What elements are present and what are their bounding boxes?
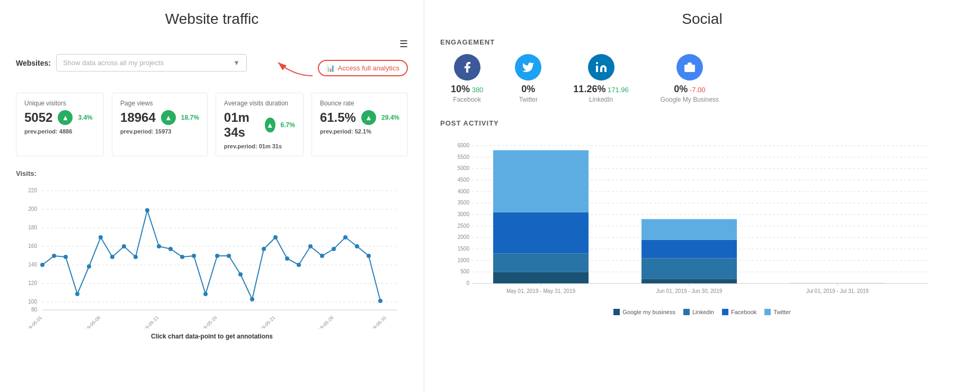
svg-text:2019-05-26: 2019-05-26	[314, 315, 335, 328]
svg-text:100: 100	[28, 299, 37, 305]
chart-point[interactable]	[157, 244, 161, 248]
stats-row: Unique visitors 5052 ▲ 3.4% prev.period:…	[16, 93, 408, 156]
chart-point[interactable]	[378, 299, 382, 303]
twitter-name: Twitter	[515, 96, 541, 103]
chart-point[interactable]	[343, 235, 348, 239]
chart-point[interactable]	[308, 244, 313, 248]
stat-value-duration: 01m 34s	[224, 110, 260, 140]
chart-point[interactable]	[133, 255, 138, 259]
svg-text:200: 200	[28, 206, 37, 212]
access-analytics-button[interactable]: 📊 Access full analytics	[318, 60, 408, 76]
svg-text:4000: 4000	[458, 189, 470, 194]
legend-color-facebook	[722, 309, 728, 315]
chart-point[interactable]	[168, 247, 173, 251]
line-chart-svg[interactable]: 220 200 180 160 140 120 100 80	[16, 180, 408, 328]
chart-point[interactable]	[87, 264, 91, 269]
stat-label-duration: Average visits duration	[224, 100, 295, 107]
stat-value-row-pageviews: 18964 ▲ 18.7%	[120, 110, 199, 125]
gmb-name: Google My Business	[661, 96, 719, 103]
chart-annotation: Click chart data-point to get annotation…	[16, 333, 408, 340]
bar-chart-section: 0 500 1000 1500 2000 2500 3000 3500 4000…	[440, 135, 964, 315]
legend-color-linkedin	[683, 309, 690, 315]
legend-color-gmb	[613, 309, 620, 315]
svg-text:May 01, 2019 - May 31, 2019: May 01, 2019 - May 31, 2019	[506, 288, 576, 294]
gmb-pct: 0% -7.00	[661, 84, 719, 95]
legend-color-twitter	[764, 309, 771, 315]
chart-point[interactable]	[297, 263, 301, 267]
svg-text:1000: 1000	[458, 257, 470, 263]
analytics-bar-icon: 📊	[326, 64, 335, 72]
websites-dropdown[interactable]: Show data across all my projects ▼	[56, 54, 247, 72]
chart-point[interactable]	[122, 244, 126, 248]
chart-point[interactable]	[332, 247, 336, 251]
svg-text:Jun 01, 2019 - Jun 30, 2019: Jun 01, 2019 - Jun 30, 2019	[656, 288, 723, 294]
chart-point[interactable]	[145, 208, 149, 212]
stat-value-bounce: 61.5%	[320, 110, 356, 125]
chart-point[interactable]	[273, 235, 278, 239]
chart-point[interactable]	[367, 254, 371, 258]
svg-text:2000: 2000	[458, 234, 470, 240]
chart-point[interactable]	[355, 244, 359, 248]
chart-point[interactable]	[40, 263, 44, 267]
chart-point[interactable]	[52, 254, 56, 258]
right-panel-title: Social	[440, 11, 964, 28]
stat-value-row-duration: 01m 34s ▲ 6.7%	[224, 110, 295, 140]
linkedin-name: LinkedIn	[573, 96, 628, 103]
menu-icon[interactable]: ☰	[399, 38, 408, 50]
stat-pct-duration: 6.7%	[281, 121, 295, 129]
legend-label-linkedin: Linkedin	[692, 309, 714, 315]
chart-point[interactable]	[180, 255, 184, 259]
stat-badge-visitors: ▲	[58, 110, 73, 125]
right-panel: Social ENGAGEMENT 10% 380 Facebook	[424, 0, 980, 392]
stat-prev-visitors: prev.period: 4886	[24, 128, 95, 135]
chart-point[interactable]	[227, 254, 231, 258]
arrow-svg	[273, 57, 315, 78]
bar-jun-facebook	[642, 240, 737, 259]
engagement-item-gmb: 0% -7.00 Google My Business	[661, 54, 719, 103]
chart-point[interactable]	[262, 247, 266, 251]
legend-item-twitter: Twitter	[764, 309, 790, 315]
chart-point[interactable]	[64, 255, 68, 259]
gmb-icon	[676, 54, 703, 81]
bar-jun-linkedin	[642, 258, 737, 279]
dropdown-chevron-icon: ▼	[233, 59, 240, 67]
linkedin-icon	[588, 54, 614, 81]
access-analytics-label: Access full analytics	[338, 64, 399, 72]
chart-point[interactable]	[99, 235, 103, 239]
svg-text:120: 120	[28, 280, 37, 286]
svg-text:5000: 5000	[458, 165, 470, 171]
facebook-icon	[454, 54, 480, 81]
bar-may-twitter	[493, 150, 589, 212]
engagement-item-twitter: 0% Twitter	[515, 54, 541, 103]
chart-point[interactable]	[203, 292, 208, 296]
stat-value-pageviews: 18964	[120, 110, 156, 125]
facebook-name: Facebook	[451, 96, 483, 103]
chart-point[interactable]	[215, 254, 219, 258]
stat-pct-visitors: 3.4%	[78, 114, 92, 121]
bar-may-linkedin	[493, 254, 589, 272]
stat-label-pageviews: Page views	[120, 100, 199, 107]
chart-point[interactable]	[285, 256, 289, 261]
svg-text:1500: 1500	[458, 246, 470, 252]
post-activity-label: POST ACTIVITY	[440, 119, 964, 127]
stat-label-visitors: Unique visitors	[24, 100, 95, 107]
chart-point[interactable]	[250, 297, 254, 301]
chart-point[interactable]	[320, 254, 324, 258]
websites-row: Websites: Show data across all my projec…	[16, 54, 302, 72]
svg-text:500: 500	[460, 269, 469, 274]
svg-text:3000: 3000	[458, 211, 470, 217]
linkedin-pct: 11.26% 171.96	[573, 84, 628, 95]
stat-card-bounce: Bounce rate 61.5% ▲ 29.4% prev.period: 5…	[311, 93, 408, 156]
svg-text:0: 0	[466, 280, 469, 286]
stat-card-visitors: Unique visitors 5052 ▲ 3.4% prev.period:…	[16, 93, 104, 156]
svg-text:80: 80	[31, 307, 38, 313]
line-chart-container[interactable]: 220 200 180 160 140 120 100 80	[16, 180, 408, 328]
chart-point[interactable]	[192, 254, 196, 258]
stat-value-row-bounce: 61.5% ▲ 29.4%	[320, 110, 399, 125]
svg-text:2019-05-16: 2019-05-16	[197, 315, 218, 328]
chart-point[interactable]	[110, 255, 114, 259]
websites-label: Websites:	[16, 59, 51, 67]
chart-point[interactable]	[238, 272, 243, 277]
chart-point[interactable]	[75, 292, 79, 296]
engagement-row: 10% 380 Facebook 0% Twitter	[440, 54, 964, 103]
